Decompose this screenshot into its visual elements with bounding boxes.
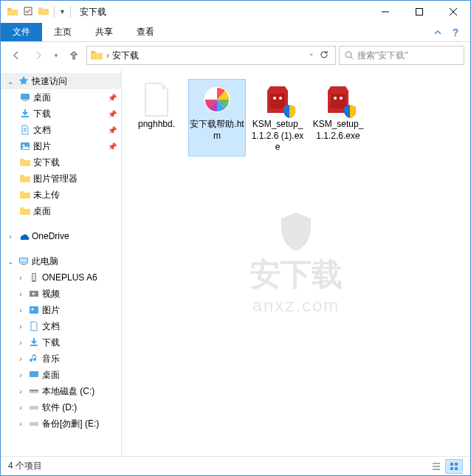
chevron-down-icon[interactable]: ⌄ xyxy=(5,76,16,86)
chevron-right-icon[interactable]: › xyxy=(16,353,26,364)
sidebar-item-picmgr[interactable]: 图片管理器 xyxy=(1,170,121,187)
file-item[interactable]: KSM_setup_1.1.2.6 (1).exe xyxy=(249,79,306,156)
chevron-right-icon[interactable]: › xyxy=(16,305,26,315)
qat-dropdown-icon[interactable]: ▼ xyxy=(59,8,66,15)
sidebar-item-videos[interactable]: › 视频 xyxy=(1,286,121,302)
chevron-right-icon[interactable]: › xyxy=(16,418,26,429)
chevron-right-icon[interactable]: › xyxy=(16,337,26,348)
shield-badge-icon xyxy=(282,104,297,119)
tab-file[interactable]: 文件 xyxy=(1,23,42,41)
sidebar-item-desktop3[interactable]: › 桌面 xyxy=(1,367,121,383)
breadcrumb-dropdown-icon[interactable]: ⌄ xyxy=(309,49,314,62)
history-dropdown-icon[interactable]: ▼ xyxy=(51,46,61,65)
svg-rect-13 xyxy=(21,264,26,265)
sidebar-item-backup[interactable]: › 备份[勿删] (E:) xyxy=(1,415,121,432)
qat-props-icon[interactable] xyxy=(23,6,33,18)
blank-file-icon xyxy=(139,82,174,117)
help-icon[interactable]: ? xyxy=(447,27,464,38)
refresh-icon[interactable] xyxy=(319,49,329,62)
folder-icon xyxy=(18,188,32,201)
chevron-right-icon[interactable]: › xyxy=(16,289,26,299)
desktop-icon xyxy=(27,368,41,382)
download-icon xyxy=(18,107,32,120)
sidebar-item-onedrive[interactable]: › OneDrive xyxy=(1,228,121,244)
svg-point-26 xyxy=(273,97,276,100)
music-icon xyxy=(27,352,41,365)
tab-home[interactable]: 主页 xyxy=(42,23,83,41)
sidebar-item-downloads2[interactable]: › 下载 xyxy=(1,334,121,351)
close-button[interactable] xyxy=(436,1,470,23)
explorer-window: ▼ 安下载 文件 主页 共享 查看 ? ▼ › 安下载 xyxy=(0,0,471,476)
tab-share[interactable]: 共享 xyxy=(83,23,125,41)
svg-rect-17 xyxy=(30,306,38,314)
breadcrumb[interactable]: › 安下载 ⌄ xyxy=(86,46,336,65)
folder-icon xyxy=(7,6,18,18)
search-input[interactable]: 搜索"安下载" xyxy=(339,46,464,65)
forward-button[interactable] xyxy=(29,46,48,65)
sidebar-item-thispc[interactable]: ⌄ 此电脑 xyxy=(1,253,121,269)
shield-icon xyxy=(274,210,318,254)
file-item[interactable]: KSM_setup_1.1.2.6.exe xyxy=(309,79,367,156)
maximize-button[interactable] xyxy=(402,1,436,23)
sidebar-item-oneplus[interactable]: › ONEPLUS A6 xyxy=(1,269,121,286)
document-icon xyxy=(27,320,41,333)
chevron-right-icon[interactable]: › xyxy=(5,231,16,241)
minimize-button[interactable] xyxy=(368,1,402,23)
pictures-icon xyxy=(18,139,32,153)
sidebar-item-documents[interactable]: 文档 📌 xyxy=(1,122,121,138)
chevron-right-icon[interactable]: › xyxy=(106,50,109,61)
svg-rect-15 xyxy=(32,274,35,280)
sidebar-item-music[interactable]: › 音乐 xyxy=(1,351,121,367)
sidebar-item-unuploaded[interactable]: 未上传 xyxy=(1,187,121,203)
ribbon-tabs: 文件 主页 共享 查看 ? xyxy=(1,23,470,42)
svg-rect-31 xyxy=(450,463,453,466)
chevron-down-icon[interactable]: ⌄ xyxy=(5,256,16,266)
svg-point-30 xyxy=(340,97,343,100)
back-button[interactable] xyxy=(7,46,26,65)
sidebar-item-localdisk[interactable]: › 本地磁盘 (C:) xyxy=(1,383,121,399)
sidebar-item-quick-access[interactable]: ⌄ 快速访问 xyxy=(1,73,121,89)
desktop-icon xyxy=(18,91,32,104)
file-item[interactable]: 安下载帮助.htm xyxy=(188,79,246,156)
sidebar-item-software[interactable]: › 软件 (D:) xyxy=(1,399,121,415)
sidebar-item-pictures[interactable]: 图片 📌 xyxy=(1,138,121,154)
icons-view-button[interactable] xyxy=(445,459,463,474)
file-item[interactable]: pnghhbd. xyxy=(128,79,185,156)
sidebar-item-anxiazai[interactable]: 安下载 xyxy=(1,154,121,170)
chevron-right-icon[interactable]: › xyxy=(16,386,26,396)
folder-icon xyxy=(18,156,32,169)
qat-newfolder-icon[interactable] xyxy=(38,5,49,19)
breadcrumb-folder[interactable]: 安下载 xyxy=(112,49,139,62)
search-icon xyxy=(344,50,354,61)
details-view-button[interactable] xyxy=(427,459,445,474)
exe-file-icon xyxy=(260,82,295,117)
svg-point-5 xyxy=(345,52,351,58)
pictures-icon xyxy=(27,303,41,317)
titlebar: ▼ 安下载 xyxy=(1,1,470,23)
statusbar: 4 个项目 xyxy=(1,456,470,475)
drive-icon xyxy=(27,417,41,430)
body-area: ⌄ 快速访问 桌面 📌 下载 📌 文档 📌 图片 xyxy=(1,69,470,456)
content-area[interactable]: 安下载 anxz.com pnghhbd. 安下载帮助.htm K xyxy=(122,69,470,456)
sidebar: ⌄ 快速访问 桌面 📌 下载 📌 文档 📌 图片 xyxy=(1,69,122,456)
svg-rect-22 xyxy=(30,406,38,410)
svg-rect-21 xyxy=(30,390,38,391)
tab-view[interactable]: 查看 xyxy=(125,23,166,41)
folder-icon xyxy=(18,172,32,185)
chevron-right-icon[interactable]: › xyxy=(16,370,26,380)
sidebar-item-pictures2[interactable]: › 图片 xyxy=(1,302,121,318)
sidebar-item-desktop2[interactable]: 桌面 xyxy=(1,203,121,219)
pin-icon: 📌 xyxy=(108,110,117,118)
chevron-right-icon[interactable]: › xyxy=(16,321,26,331)
watermark: 安下载 anxz.com xyxy=(250,210,343,316)
svg-rect-23 xyxy=(30,422,38,426)
chevron-right-icon[interactable]: › xyxy=(16,272,26,283)
pin-icon: 📌 xyxy=(108,94,117,102)
sidebar-item-downloads[interactable]: 下载 📌 xyxy=(1,106,121,122)
svg-rect-8 xyxy=(23,100,27,101)
sidebar-item-desktop[interactable]: 桌面 📌 xyxy=(1,89,121,106)
sidebar-item-documents2[interactable]: › 文档 xyxy=(1,318,121,334)
ribbon-expand-icon[interactable] xyxy=(429,28,447,37)
up-button[interactable] xyxy=(64,46,83,65)
chevron-right-icon[interactable]: › xyxy=(16,402,26,413)
